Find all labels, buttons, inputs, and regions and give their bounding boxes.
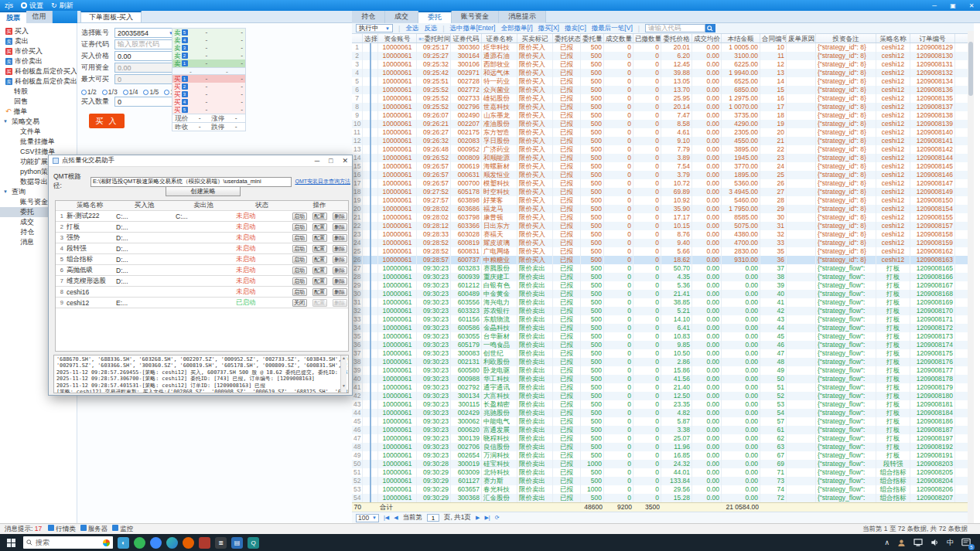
delete-strategy-button[interactable]: 删除 bbox=[333, 267, 347, 274]
page-number-input[interactable] bbox=[427, 514, 439, 522]
row-checkbox[interactable] bbox=[370, 307, 371, 315]
table-row[interactable]: 431000006109:30:23300115长盈精密限价卖出已报500002… bbox=[352, 400, 974, 409]
start-strategy-button[interactable]: 启动 bbox=[292, 245, 307, 253]
price-input[interactable]: 0.00 bbox=[114, 51, 176, 61]
tray-expand-icon[interactable]: ∧ bbox=[884, 539, 890, 546]
start-button[interactable] bbox=[3, 534, 19, 551]
row-checkbox[interactable] bbox=[370, 290, 371, 298]
table-row[interactable]: 11000006109:25:17300360炬华科技限价买入已报5000020… bbox=[352, 43, 974, 52]
row-checkbox[interactable] bbox=[370, 145, 371, 154]
config-strategy-button[interactable]: 配置 bbox=[312, 288, 327, 296]
table-row[interactable]: 231000006109:28:33603028赛福天限价买入已报500008.… bbox=[352, 230, 974, 239]
row-checkbox[interactable] bbox=[370, 77, 371, 86]
tab-credit[interactable]: 信用 bbox=[26, 11, 53, 23]
table-row[interactable]: 121000006109:26:32002083孚日股份限价买入已报500009… bbox=[352, 137, 974, 145]
table-row[interactable]: 491000006109:30:23002654万润科技限价卖出已报500001… bbox=[352, 451, 974, 460]
table-row[interactable]: 401000006109:30:23000988华工科技限价卖出已报500004… bbox=[352, 375, 974, 383]
tab-消息提示[interactable]: 消息提示 bbox=[499, 11, 546, 23]
row-checkbox[interactable] bbox=[370, 324, 371, 332]
column-header[interactable]: 策略名称 bbox=[876, 34, 910, 43]
settings-button[interactable]: 设置 bbox=[21, 1, 43, 11]
table-row[interactable]: 531000006109:30:29603657春光科技限价卖出已报100000… bbox=[352, 485, 974, 494]
config-strategy-button[interactable]: 配置 bbox=[312, 299, 327, 307]
sidebar-item[interactable]: 文件单 bbox=[0, 127, 77, 137]
delete-strategy-button[interactable]: 删除 bbox=[333, 256, 347, 264]
table-row[interactable]: 211000006109:28:02603798康普顿限价买入已报5000017… bbox=[352, 213, 974, 222]
column-header[interactable]: 合同编号 bbox=[760, 34, 787, 43]
refresh-button[interactable]: ↻ 刷新 bbox=[51, 1, 73, 11]
maximize-button[interactable]: ▣ bbox=[949, 2, 957, 9]
prev-page-button[interactable]: ◀ bbox=[394, 515, 398, 521]
sidebar-item[interactable]: 转股 bbox=[0, 87, 77, 97]
table-row[interactable]: 281000006109:30:23600939重庆建工限价卖出已报500004… bbox=[352, 273, 974, 281]
app-red-icon[interactable] bbox=[199, 537, 210, 549]
column-header[interactable]: 委托价格 bbox=[661, 34, 692, 43]
table-row[interactable]: 511000006109:30:29603009北特科技限价卖出已报500004… bbox=[352, 468, 974, 477]
delete-strategy-button[interactable]: 删除 bbox=[333, 277, 347, 285]
dialog-titlebar[interactable]: 点拓量化交易助手 ─ □ ✕ bbox=[49, 155, 352, 167]
sidebar-item[interactable]: ▼策略交易 bbox=[0, 117, 77, 127]
row-checkbox[interactable] bbox=[370, 281, 371, 290]
table-row[interactable]: 411000006109:30:23002792通宇通讯限价卖出已报500002… bbox=[352, 383, 974, 392]
book-level-s4[interactable]: 卖4-- bbox=[172, 36, 245, 44]
row-checkbox[interactable] bbox=[370, 213, 371, 222]
book-level-b2[interactable]: 买2-- bbox=[172, 83, 245, 90]
column-header[interactable]: 资金账号 bbox=[378, 34, 417, 43]
network-icon[interactable] bbox=[913, 539, 923, 546]
row-checkbox[interactable] bbox=[370, 86, 371, 94]
tab-stock[interactable]: 股票 bbox=[0, 11, 26, 23]
filter-dropdown[interactable]: 执行中▼ bbox=[356, 24, 393, 32]
column-header[interactable]: 买卖标记 bbox=[517, 34, 553, 43]
row-checkbox[interactable] bbox=[370, 434, 371, 443]
row-checkbox[interactable] bbox=[370, 298, 371, 307]
config-strategy-button[interactable]: 配置 bbox=[312, 213, 327, 220]
qmt-icon[interactable]: Q bbox=[248, 537, 259, 549]
row-checkbox[interactable] bbox=[370, 315, 371, 324]
config-strategy-button[interactable]: 配置 bbox=[312, 277, 327, 285]
column-header[interactable]: 本结金额 bbox=[722, 34, 760, 43]
row-checkbox[interactable] bbox=[370, 179, 371, 188]
edge-icon[interactable] bbox=[166, 537, 178, 549]
row-checkbox[interactable] bbox=[370, 392, 371, 400]
table-row[interactable]: 441000006109:30:23002429兆驰股份限价卖出已报500004… bbox=[352, 409, 974, 417]
row-checkbox[interactable] bbox=[370, 154, 371, 162]
table-row[interactable]: 171000006109:26:57000700模塑科技限价买入已报500001… bbox=[352, 179, 974, 188]
sidebar-item[interactable]: 批量挂撤单 bbox=[0, 137, 77, 147]
table-row[interactable]: 421000006109:30:23300134大富科技限价卖出已报500001… bbox=[352, 392, 974, 400]
firefox-icon[interactable] bbox=[183, 537, 194, 549]
row-checkbox[interactable] bbox=[370, 128, 371, 137]
table-row[interactable]: 361000006109:30:23605179一鸣食品限价卖出已报500009… bbox=[352, 341, 974, 349]
table-row[interactable]: 261000006109:28:57600737中粮糖业限价买入已报500001… bbox=[352, 256, 974, 264]
book-level-b1[interactable]: 买1-- bbox=[172, 75, 245, 83]
column-header[interactable]: 证券名称 bbox=[482, 34, 517, 43]
table-row[interactable]: 81000006109:25:52002796世嘉科技限价买入已报5000020… bbox=[352, 103, 974, 111]
qty-input[interactable]: 0 bbox=[114, 97, 176, 107]
row-checkbox[interactable] bbox=[370, 205, 371, 213]
row-checkbox[interactable] bbox=[370, 400, 371, 409]
book-level-s5[interactable]: 卖5-- bbox=[172, 29, 245, 36]
delete-strategy-button[interactable]: 删除 bbox=[333, 213, 347, 220]
dialog-close-button[interactable]: ✕ bbox=[342, 157, 348, 165]
refresh-list-icon[interactable]: ⟳ bbox=[495, 515, 500, 521]
first-page-button[interactable]: |◀ bbox=[384, 515, 389, 521]
table-row[interactable]: 341000006109:30:23600586金晶科技限价卖出已报500006… bbox=[352, 324, 974, 332]
book-level-s2[interactable]: 卖2-- bbox=[172, 52, 245, 60]
column-header[interactable]: 证券代码 bbox=[451, 34, 482, 43]
row-checkbox[interactable] bbox=[370, 358, 371, 366]
table-row[interactable]: 501000006109:30:28300019硅宝科技限价卖出已报100000… bbox=[352, 460, 974, 468]
cancel-sell-button[interactable]: 撤卖[C] bbox=[565, 24, 586, 33]
cancel-selected-button[interactable]: 选中撤单[Enter] bbox=[449, 24, 495, 33]
table-row[interactable]: 351000006109:30:23603055台华新材限价卖出已报500001… bbox=[352, 332, 974, 341]
weather-icon[interactable]: ◐ bbox=[118, 537, 129, 549]
table-row[interactable]: 131000006109:26:48000952广济药业限价买入已报500007… bbox=[352, 145, 974, 154]
row-checkbox[interactable] bbox=[370, 103, 371, 111]
sidebar-item[interactable]: ↶撤单 bbox=[0, 107, 77, 117]
close-button[interactable]: ✕ bbox=[968, 2, 975, 9]
row-checkbox[interactable] bbox=[370, 94, 371, 103]
row-checkbox[interactable] bbox=[370, 222, 371, 230]
sort-icon[interactable]: ≡↑ bbox=[418, 36, 425, 42]
sidebar-item[interactable]: 卖卖出 bbox=[0, 36, 77, 46]
notepad-icon[interactable]: ≣ bbox=[215, 537, 227, 549]
table-row[interactable]: 391000006109:30:23600580卧龙电驱限价卖出已报500001… bbox=[352, 366, 974, 375]
start-strategy-button[interactable]: 启动 bbox=[292, 223, 307, 231]
